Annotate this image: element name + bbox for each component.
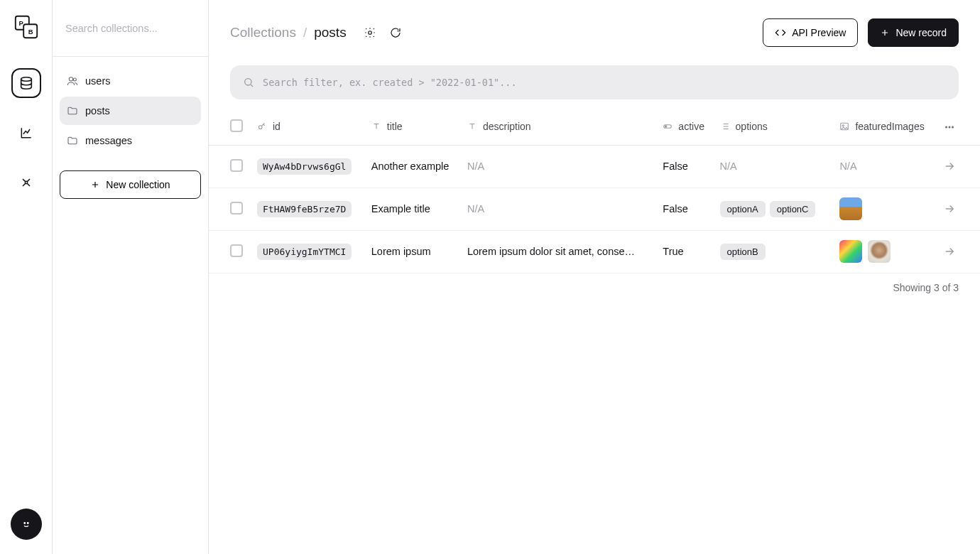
option-tag: optionB [720, 244, 766, 260]
folder-icon [67, 105, 78, 116]
option-tag: optionA [720, 201, 766, 217]
column-header-featuredImages[interactable]: featuredImages [834, 109, 937, 145]
svg-text:P: P [18, 19, 23, 27]
column-header-title[interactable]: title [366, 109, 462, 145]
cell-active: True [663, 246, 683, 257]
column-header-label: options [736, 121, 768, 132]
table-row[interactable]: WyAw4bDrvws6gGlAnother exampleN/AFalseN/… [209, 145, 980, 188]
nav-collections[interactable] [11, 68, 41, 98]
sidebar-search-wrap [53, 0, 208, 57]
svg-point-17 [946, 126, 947, 128]
svg-point-14 [665, 126, 667, 127]
folder-icon [67, 135, 78, 146]
svg-point-7 [27, 523, 28, 524]
cell-description: Lorem ipsum dolor sit amet, consec… [467, 246, 638, 257]
column-header-label: featuredImages [855, 121, 924, 132]
cell-active: False [663, 161, 687, 172]
cell-title: Lorem ipsum [371, 246, 431, 257]
records-table-wrap: idtitledescriptionactiveoptionsfeaturedI… [209, 109, 980, 554]
key-icon [257, 121, 267, 131]
column-header-label: title [387, 121, 403, 132]
record-id: UP06yiygImYTMCI [257, 244, 352, 260]
svg-text:B: B [28, 28, 33, 36]
nav-logs[interactable] [11, 118, 41, 148]
sidebar-item-posts[interactable]: posts [60, 97, 201, 125]
row-checkbox[interactable] [230, 244, 243, 257]
sidebar-item-messages[interactable]: messages [60, 126, 201, 155]
cell-title: Example title [371, 203, 430, 214]
users-icon [67, 75, 78, 87]
list-icon [720, 121, 730, 131]
breadcrumb: Collections / posts [230, 25, 347, 40]
svg-point-10 [368, 31, 371, 35]
cell-options: N/A [714, 145, 834, 188]
cell-title: Another example [371, 161, 450, 172]
image-thumbnail[interactable] [839, 197, 862, 220]
icon-nav: P B [0, 0, 53, 554]
image-thumbnail[interactable] [839, 240, 862, 263]
column-header-options[interactable]: options [714, 109, 834, 145]
cell-description: N/A [467, 161, 638, 172]
cell-active: False [663, 203, 687, 214]
column-header-label: active [678, 121, 704, 132]
select-all-checkbox[interactable] [230, 119, 243, 132]
column-header-label: description [483, 121, 531, 132]
svg-point-5 [25, 181, 27, 183]
new-collection-label: New collection [106, 179, 170, 190]
cell-description: N/A [467, 203, 638, 214]
sidebar-item-users[interactable]: users [60, 67, 201, 95]
images-na: N/A [839, 161, 856, 172]
record-id: FtHAW9feB5rze7D [257, 201, 352, 217]
column-header-active[interactable]: active [657, 109, 714, 145]
new-record-button[interactable]: New record [868, 18, 959, 47]
row-checkbox[interactable] [230, 202, 243, 214]
svg-point-4 [21, 77, 31, 82]
nav-settings[interactable] [11, 168, 41, 197]
row-checkbox[interactable] [230, 159, 243, 172]
column-header-description[interactable]: description [462, 109, 657, 145]
new-collection-button[interactable]: New collection [60, 170, 201, 199]
main-content: Collections / posts API Preview [209, 0, 980, 554]
table-row[interactable]: FtHAW9feB5rze7DExample titleN/AFalseopti… [209, 188, 980, 230]
filter-bar [230, 65, 959, 99]
collection-action-icons [364, 26, 402, 39]
breadcrumb-leaf: posts [314, 25, 346, 40]
svg-point-9 [73, 78, 76, 81]
search-icon [243, 77, 254, 88]
svg-point-12 [258, 126, 262, 129]
breadcrumb-separator: / [303, 25, 307, 40]
open-record-arrow[interactable] [937, 145, 980, 188]
app-logo: P B [12, 13, 40, 41]
svg-point-16 [842, 124, 844, 126]
collections-search-input[interactable] [65, 23, 195, 34]
cell-images [834, 188, 937, 230]
image-icon [839, 121, 849, 131]
text-icon [467, 121, 477, 131]
api-preview-label: API Preview [792, 27, 846, 38]
column-more[interactable] [937, 109, 980, 145]
filter-input[interactable] [263, 77, 946, 88]
open-record-arrow[interactable] [937, 188, 980, 230]
sidebar-item-label: users [85, 75, 110, 87]
column-header-id[interactable]: id [251, 109, 366, 145]
column-header-label: id [273, 121, 281, 132]
api-preview-button[interactable]: API Preview [763, 18, 858, 47]
option-tag: optionC [770, 201, 816, 217]
sidebar-item-label: posts [85, 105, 110, 116]
cell-options: optionAoptionC [714, 188, 834, 230]
image-thumbnail[interactable] [868, 240, 891, 263]
open-record-arrow[interactable] [937, 230, 980, 273]
collection-settings-icon[interactable] [364, 26, 376, 39]
table-row[interactable]: UP06yiygImYTMCILorem ipsumLorem ipsum do… [209, 230, 980, 273]
breadcrumb-root[interactable]: Collections [230, 25, 296, 40]
showing-count: Showing 3 of 3 [209, 273, 980, 302]
cell-options: optionB [714, 230, 834, 273]
refresh-icon[interactable] [389, 26, 402, 39]
svg-point-18 [949, 126, 950, 128]
record-id: WyAw4bDrvws6gGl [257, 158, 352, 175]
svg-point-11 [245, 79, 251, 85]
svg-point-8 [69, 77, 72, 81]
collections-sidebar: userspostsmessages New collection [53, 0, 209, 554]
user-avatar[interactable] [11, 509, 42, 540]
sidebar-item-label: messages [85, 135, 132, 146]
